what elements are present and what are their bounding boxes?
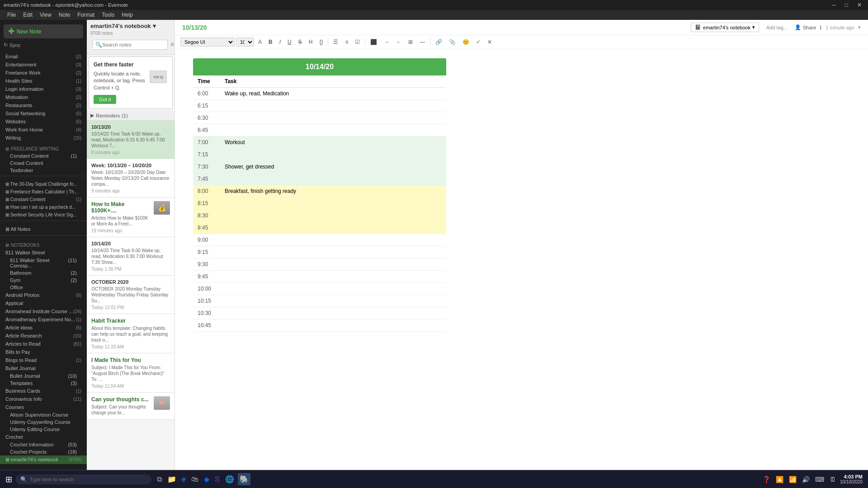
keyboard-icon[interactable]: ⌨ bbox=[814, 474, 826, 484]
menu-view[interactable]: View bbox=[36, 11, 55, 19]
calendar-icon[interactable]: 🗓 bbox=[828, 474, 837, 484]
indent-button[interactable]: → bbox=[381, 37, 392, 47]
attachment-button[interactable]: 📎 bbox=[446, 37, 458, 47]
sidebar-nb-apptical[interactable]: Apptical bbox=[0, 299, 87, 307]
menu-note[interactable]: Note bbox=[55, 11, 74, 19]
sidebar-nb-bullet-journal[interactable]: Bullet Journal bbox=[0, 364, 87, 372]
sync-button[interactable]: ↻ Sync bbox=[0, 41, 87, 49]
editor-notebook-selector[interactable]: 📓 emartin74's notebook ▾ bbox=[691, 23, 759, 32]
note-card-5[interactable]: OCTOBER 2020 OCTOBER 2020 Monday Tuesday… bbox=[87, 276, 175, 314]
reminders-section[interactable]: ▶ Reminders (1) bbox=[87, 111, 175, 121]
font-color-button[interactable]: A bbox=[255, 37, 264, 47]
sidebar-nb-bathroom[interactable]: Bathroom(2) bbox=[0, 269, 87, 277]
sidebar-item-restaurants[interactable]: Restaurants(2) bbox=[0, 101, 87, 109]
maximize-button[interactable]: □ bbox=[842, 2, 851, 8]
sidebar-item-email[interactable]: Email(2) bbox=[0, 52, 87, 61]
font-selector[interactable]: Segoe UI Arial Times New Roman bbox=[180, 38, 235, 47]
search-input[interactable] bbox=[102, 42, 165, 47]
ordered-list-button[interactable]: ≡ bbox=[342, 37, 351, 47]
sidebar-item-saved-search-4[interactable]: ⊠ How can I set up a paycheck d... bbox=[0, 203, 87, 211]
add-tag-button[interactable]: Add tag... bbox=[763, 23, 791, 32]
sidebar-item-saved-search-2[interactable]: ⊠ Freelance Rates Calculator | Th... bbox=[0, 188, 87, 196]
sidebar-nb-alison[interactable]: Alison Supervision Course bbox=[0, 411, 87, 418]
sort-button[interactable]: ≡ bbox=[170, 40, 175, 49]
sidebar-nb-coronavirus[interactable]: Coronavirus Info(11) bbox=[0, 395, 87, 403]
sidebar-nb-office[interactable]: Office bbox=[0, 284, 87, 291]
sidebar-nb-aromatherapy[interactable]: Aromatherapy Experiment No...(1) bbox=[0, 315, 87, 324]
sidebar-nb-gym[interactable]: Gym(2) bbox=[0, 277, 87, 284]
sidebar-item-writing[interactable]: Writing(15) bbox=[0, 134, 87, 142]
network-icon[interactable]: 📶 bbox=[788, 474, 798, 484]
sidebar-nb-crochet-info[interactable]: Crochet Information(53) bbox=[0, 441, 87, 448]
more-format-button[interactable]: ✕ bbox=[485, 37, 495, 47]
time-display[interactable]: 4:03 PM 10/10/2020 bbox=[840, 474, 863, 484]
note-card-1[interactable]: 10/13/20 10/14/20 Time Task 6:00 Wake up… bbox=[87, 121, 175, 159]
menu-format[interactable]: Format bbox=[74, 11, 98, 19]
note-list-title[interactable]: emartin74's notebook ▾ bbox=[90, 23, 171, 29]
taskbar-search-input[interactable] bbox=[30, 477, 120, 482]
minimize-button[interactable]: ─ bbox=[829, 2, 839, 8]
note-card-8[interactable]: Can your thoughts c... Subject: Can your… bbox=[87, 393, 175, 420]
evernote-icon[interactable]: 🐘 bbox=[238, 473, 250, 485]
store-icon[interactable]: 🛍 bbox=[189, 474, 200, 485]
sidebar-item-saved-search-5[interactable]: ⊠ Sentinel Security Life Voice Sig... bbox=[0, 211, 87, 219]
outdent-button[interactable]: ← bbox=[393, 37, 404, 47]
file-explorer-icon[interactable]: 📁 bbox=[165, 473, 178, 485]
sidebar-item-websites[interactable]: Websites(5) bbox=[0, 117, 87, 126]
align-button[interactable]: ⬛ bbox=[368, 37, 380, 47]
got-it-button[interactable]: Got it bbox=[94, 95, 116, 104]
font-size-selector[interactable]: 10 12 14 16 bbox=[236, 38, 254, 47]
sidebar-item-saved-search-3[interactable]: ⊠ Constant Content(1) bbox=[0, 196, 87, 203]
task-button[interactable]: ✓ bbox=[473, 37, 483, 47]
sidebar-nb-udemy-edit[interactable]: Udemy Editing Course bbox=[0, 426, 87, 433]
sidebar-nb-emartin[interactable]: ⊠ emartin74's notebook(9708) bbox=[0, 455, 87, 464]
note-card-3[interactable]: How to Make $100K+.... Articles How to M… bbox=[87, 197, 175, 237]
sidebar-nb-udemy-copy[interactable]: Udemy Copywriting Course bbox=[0, 418, 87, 426]
emoji-button[interactable]: 😊 bbox=[460, 37, 472, 47]
sidebar-nb-crochet-projects[interactable]: Crochet Projects(18) bbox=[0, 448, 87, 455]
note-card-6[interactable]: Habit Tracker About this template: Chang… bbox=[87, 314, 175, 353]
menu-help[interactable]: Help bbox=[118, 11, 137, 19]
new-note-button[interactable]: ✚ New Note bbox=[4, 24, 83, 38]
code-button[interactable]: {} bbox=[316, 37, 326, 47]
sidebar-item-social-networking[interactable]: Social Networking(6) bbox=[0, 109, 87, 117]
note-card-2[interactable]: Week: 10/13/20 – 10/20/20 Week: 10/13/20… bbox=[87, 159, 175, 197]
sidebar-nb-bills[interactable]: Bills to Pay bbox=[0, 348, 87, 356]
unordered-list-button[interactable]: ☰ bbox=[330, 37, 341, 47]
italic-button[interactable]: I bbox=[277, 37, 283, 47]
link-button[interactable]: 🔗 bbox=[433, 37, 445, 47]
sidebar-item-login-info[interactable]: Login information(3) bbox=[0, 85, 87, 93]
sidebar-nb-android[interactable]: Android Photos(6) bbox=[0, 291, 87, 299]
underline-button[interactable]: U bbox=[285, 37, 294, 47]
menu-file[interactable]: File bbox=[4, 11, 19, 19]
sidebar-sub-textbroker[interactable]: Textbroker bbox=[0, 167, 87, 174]
sidebar-item-motivation[interactable]: Motivation(2) bbox=[0, 93, 87, 101]
menu-edit[interactable]: Edit bbox=[19, 11, 36, 19]
note-info-button[interactable]: ℹ bbox=[820, 24, 822, 31]
menu-tools[interactable]: Tools bbox=[98, 11, 118, 19]
share-button[interactable]: 👤 Share bbox=[795, 24, 816, 30]
sidebar-nb-811-corresp[interactable]: 811 Walker Street Corresp...(11) bbox=[0, 257, 87, 269]
edge-icon[interactable]: e bbox=[180, 474, 188, 485]
chevron-icon[interactable]: 🔼 bbox=[774, 474, 785, 484]
sidebar-nb-templates[interactable]: Templates(3) bbox=[0, 380, 87, 387]
note-card-7[interactable]: I Made This for You Subject: I Made This… bbox=[87, 353, 175, 393]
sidebar-item-saved-search-1[interactable]: ⊠ The 30-Day Squat Challenge fo... bbox=[0, 180, 87, 188]
sidebar-nb-business-cards[interactable]: Business Cards(1) bbox=[0, 387, 87, 395]
volume-icon[interactable]: 🔊 bbox=[801, 474, 811, 484]
dropbox-icon[interactable]: ◆ bbox=[202, 473, 211, 485]
chrome-icon[interactable]: 🌐 bbox=[223, 473, 236, 485]
table-button[interactable]: ⊞ bbox=[406, 37, 415, 47]
sidebar-sub-crowd-content[interactable]: Crowd Content bbox=[0, 160, 87, 167]
sidebar-nb-crochet[interactable]: Crochet bbox=[0, 433, 87, 441]
sidebar-nb-article-research[interactable]: Article Research(15) bbox=[0, 332, 87, 340]
checkbox-button[interactable]: ☑ bbox=[352, 37, 363, 47]
bold-button[interactable]: B bbox=[266, 37, 275, 47]
sidebar-all-notes[interactable]: ⊠ All Notes bbox=[0, 225, 87, 234]
sidebar-item-health-sites[interactable]: Health Sites(1) bbox=[0, 77, 87, 85]
sidebar-sub-constant-content[interactable]: Constant Content(1) bbox=[0, 152, 87, 160]
sidebar-item-work-from-home[interactable]: Work from Home(4) bbox=[0, 126, 87, 134]
sidebar-nb-811-walker[interactable]: 811 Walker Street bbox=[0, 249, 87, 257]
stylus-icon[interactable]: S bbox=[213, 474, 222, 485]
strikethrough-button[interactable]: S bbox=[296, 37, 305, 47]
